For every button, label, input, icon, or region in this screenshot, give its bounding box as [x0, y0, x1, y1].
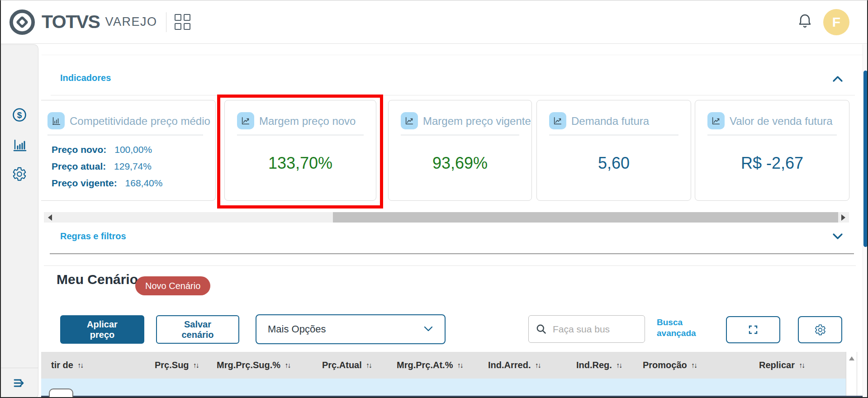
chevron-up-icon[interactable] [832, 76, 843, 84]
card-title: Valor de venda futura [730, 115, 833, 128]
row-popup-corner [49, 389, 73, 398]
chevron-down-icon[interactable] [832, 233, 843, 242]
bar-chart-icon [12, 137, 27, 152]
column-header-ind-arred[interactable]: Ind.Arred. ↑↓ [488, 352, 540, 379]
search-box [528, 315, 645, 343]
panel-divider [44, 265, 856, 266]
user-avatar[interactable]: F [823, 9, 849, 35]
line-chart-icon [401, 112, 418, 129]
column-label: tir de [51, 360, 73, 370]
card-title: Competitividade preço médio [70, 115, 210, 128]
line-chart-icon [549, 112, 566, 129]
table-header: tir de ↑↓ Prç.Sug ↑↓ Mrg.Prç.Sug.% ↑↓ Pr… [41, 352, 846, 379]
notification-bell-icon[interactable] [797, 13, 812, 31]
scroll-left-arrow-icon[interactable] [48, 214, 52, 221]
card-value: 5,60 [537, 154, 691, 173]
fullscreen-button[interactable] [726, 316, 780, 343]
table-row[interactable] [41, 379, 846, 396]
sidebar-item-pricing[interactable]: $ [12, 107, 27, 124]
card-row: Preço atual: 129,74% [52, 160, 162, 173]
more-options-select[interactable]: Mais Opções [256, 314, 446, 344]
column-label: Ind.Arred. [488, 360, 531, 370]
expand-menu-icon[interactable] [13, 377, 26, 391]
panel-top-border [42, 55, 863, 55]
sort-icon[interactable]: ↑↓ [285, 361, 290, 370]
indicator-card-competitividade: Competitividade preço médio Preço novo: … [41, 100, 216, 201]
button-label: Aplicar preço [81, 319, 123, 340]
chevron-down-icon [424, 325, 433, 333]
sort-icon[interactable]: ↑↓ [691, 361, 697, 370]
column-header-prc-sug[interactable]: Prç.Sug ↑↓ [155, 352, 199, 379]
sidebar-item-settings[interactable] [12, 166, 27, 184]
card-clip: Competitividade preço médio Preço novo: … [41, 99, 216, 202]
scroll-right-arrow-icon[interactable] [841, 214, 845, 221]
column-label: Replicar [759, 360, 795, 370]
page-title: Meu Cenário [57, 272, 138, 287]
line-chart-icon [707, 112, 725, 129]
totvs-logo-icon [9, 9, 35, 35]
table-vertical-scrollbar[interactable] [846, 352, 857, 396]
row-label: Preço atual: [52, 161, 106, 171]
column-header-ind-reg[interactable]: Ind.Reg. ↑↓ [576, 352, 621, 379]
page-scrollbar-thumb[interactable] [863, 71, 868, 247]
svg-text:$: $ [17, 110, 22, 120]
indicator-card-margem-preco-vigente: Margem preço vigente 93,69% [388, 100, 532, 201]
advanced-search-link[interactable]: Busca avançada [657, 317, 711, 339]
header-divider [166, 12, 166, 32]
column-label: Prç.Sug [155, 360, 189, 370]
apps-grid-icon[interactable] [175, 14, 190, 30]
brand-name: TOTVS [42, 11, 100, 33]
column-header-promocao[interactable]: Promoção ↑↓ [643, 352, 697, 379]
section-indicadores[interactable]: Indicadores [60, 73, 111, 83]
scenario-badge: Novo Cenário [135, 276, 210, 295]
indicator-card-valor-venda-futura: Valor de venda futura R$ -2,67 [695, 100, 849, 201]
column-header-replicar[interactable]: Replicar ↑↓ [759, 352, 804, 379]
column-header-mrg-prc-sug[interactable]: Mrg.Prç.Sug.% ↑↓ [217, 352, 290, 379]
card-row: Preço vigente: 168,40% [52, 177, 162, 190]
card-value: R$ -2,67 [695, 154, 849, 173]
totvs-varejo-app: TOTVS VAREJO F $ [0, 0, 868, 398]
column-header-mrg-prc-at[interactable]: Mrg.Prç.At.% ↑↓ [397, 352, 462, 379]
card-rows: Preço novo: 100,00% Preço atual: 129,74%… [52, 139, 162, 190]
gear-icon [814, 324, 826, 336]
row-value: 100,00% [114, 144, 152, 155]
gear-icon [12, 166, 27, 182]
card-title: Demanda futura [571, 115, 649, 128]
page-scrollbar[interactable] [863, 44, 868, 398]
sort-icon[interactable]: ↑↓ [535, 361, 540, 370]
section-divider [50, 253, 854, 254]
horizontal-scrollbar-thumb[interactable] [333, 212, 838, 223]
sort-icon[interactable]: ↑↓ [616, 361, 621, 370]
column-header-prc-atual[interactable]: Prç.Atual ↑↓ [322, 352, 371, 379]
bar-chart-icon [47, 112, 65, 129]
card-row: Preço novo: 100,00% [52, 143, 162, 156]
search-input[interactable] [552, 323, 631, 335]
column-label: Mrg.Prç.Sug.% [217, 360, 280, 370]
button-label: Salvar cenário [177, 319, 218, 340]
sort-icon[interactable]: ↑↓ [366, 361, 371, 370]
sort-icon[interactable]: ↑↓ [193, 361, 199, 370]
sort-icon[interactable]: ↑↓ [799, 361, 804, 370]
row-value: 168,40% [125, 178, 163, 188]
card-divider [401, 135, 519, 135]
search-icon [535, 323, 547, 335]
table-settings-button[interactable] [798, 316, 842, 343]
section-divider [51, 95, 855, 95]
section-regras-filtros[interactable]: Regras e filtros [60, 231, 126, 242]
scroll-up-arrow-icon[interactable] [849, 356, 854, 360]
apply-price-button[interactable]: Aplicar preço [60, 315, 144, 344]
dollar-circle-icon: $ [12, 107, 27, 123]
column-label: Promoção [643, 360, 687, 370]
column-label: Prç.Atual [322, 360, 362, 370]
product-name: VAREJO [105, 15, 157, 29]
sidebar-item-analytics[interactable] [12, 137, 27, 154]
sort-icon[interactable]: ↑↓ [457, 361, 462, 370]
fullscreen-icon [748, 324, 759, 335]
top-header: TOTVS VAREJO F [1, 0, 867, 44]
column-header-partir-de[interactable]: tir de ↑↓ [51, 352, 83, 379]
sort-icon[interactable]: ↑↓ [77, 361, 83, 370]
cards-horizontal-scrollbar[interactable] [44, 212, 849, 223]
card-divider [47, 135, 203, 135]
save-scenario-button[interactable]: Salvar cenário [156, 315, 239, 344]
select-value: Mais Opções [268, 323, 326, 335]
